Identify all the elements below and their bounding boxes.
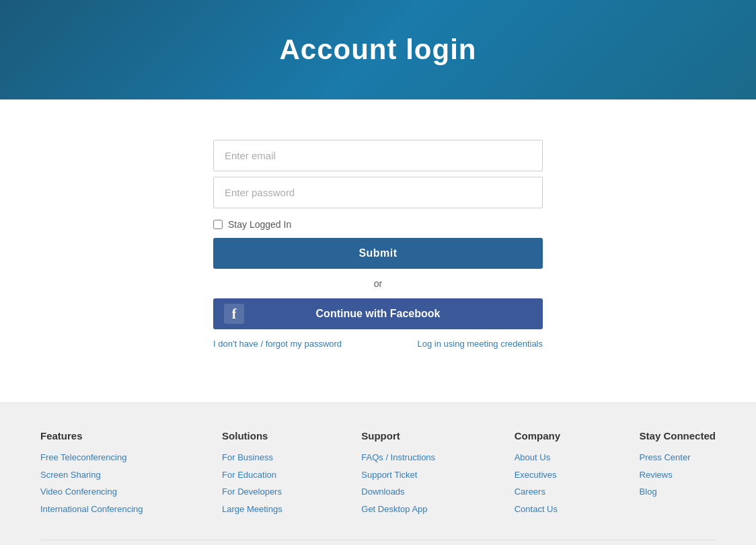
footer-col-title: Features (40, 430, 143, 442)
footer-col-link[interactable]: Downloads (361, 485, 435, 499)
footer-col-link[interactable]: FAQs / Instructions (361, 451, 435, 464)
footer-columns: FeaturesFree TeleconferencingScreen Shar… (40, 430, 716, 540)
links-row: I don't have / forgot my password Log in… (213, 339, 543, 349)
footer-col-title: Solutions (222, 430, 282, 442)
footer-col-link[interactable]: Blog (640, 485, 716, 499)
footer-col-link[interactable]: Executives (515, 468, 560, 482)
footer-col: SupportFAQs / InstructionsSupport Ticket… (361, 430, 435, 519)
stay-logged-in-row: Stay Logged In (213, 219, 543, 230)
footer-col-link[interactable]: Support Ticket (361, 468, 435, 482)
facebook-icon: f (224, 304, 244, 324)
stay-logged-in-checkbox[interactable] (213, 220, 223, 229)
login-form: Stay Logged In Submit or f Continue with… (213, 140, 543, 349)
footer-col-link[interactable]: Press Center (640, 451, 716, 464)
footer-col-link[interactable]: For Developers (222, 485, 282, 499)
footer-col-title: Company (515, 430, 560, 442)
footer-col-link[interactable]: For Education (222, 468, 282, 482)
footer-col-link[interactable]: Free Teleconferencing (40, 451, 143, 464)
footer-col-link[interactable]: Careers (515, 485, 560, 499)
main-content: Stay Logged In Submit or f Continue with… (0, 99, 756, 403)
facebook-button[interactable]: f Continue with Facebook (213, 298, 543, 329)
page-header: Account login (0, 0, 756, 99)
forgot-password-link[interactable]: I don't have / forgot my password (213, 339, 342, 349)
footer-col-link[interactable]: International Conferencing (40, 503, 143, 516)
footer-social: f g+ t ▶ in (40, 540, 716, 545)
facebook-button-label: Continue with Facebook (316, 308, 441, 320)
footer: FeaturesFree TeleconferencingScreen Shar… (0, 403, 756, 545)
password-field[interactable] (213, 177, 543, 208)
stay-logged-in-label: Stay Logged In (228, 219, 291, 230)
footer-col-link[interactable]: For Business (222, 451, 282, 464)
email-field[interactable] (213, 140, 543, 171)
footer-col-link[interactable]: Reviews (640, 468, 716, 482)
footer-col-link[interactable]: Screen Sharing (40, 468, 143, 482)
footer-col-link[interactable]: Contact Us (515, 503, 560, 516)
footer-col-title: Stay Connected (640, 430, 716, 442)
footer-col-link[interactable]: Video Conferencing (40, 485, 143, 499)
page-title: Account login (13, 34, 743, 66)
footer-col: CompanyAbout UsExecutivesCareersContact … (515, 430, 560, 519)
footer-col-link[interactable]: Get Desktop App (361, 503, 435, 516)
meeting-credentials-link[interactable]: Log in using meeting credentials (418, 339, 543, 349)
footer-col: SolutionsFor BusinessFor EducationFor De… (222, 430, 282, 519)
footer-col: Stay ConnectedPress CenterReviewsBlog (640, 430, 716, 519)
footer-col-link[interactable]: Large Meetings (222, 503, 282, 516)
footer-col: FeaturesFree TeleconferencingScreen Shar… (40, 430, 143, 519)
footer-col-title: Support (361, 430, 435, 442)
footer-col-link[interactable]: About Us (515, 451, 560, 464)
submit-button[interactable]: Submit (213, 238, 543, 269)
or-divider: or (213, 278, 543, 289)
